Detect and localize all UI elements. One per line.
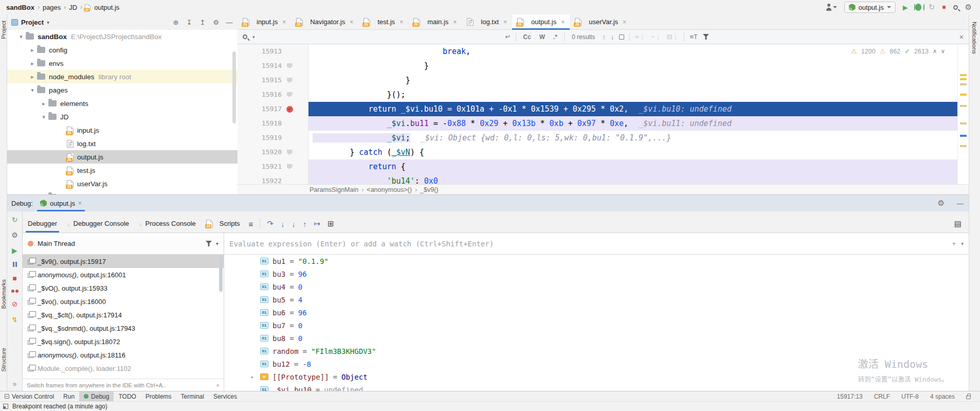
project-stripe-button[interactable]: Project — [1, 21, 7, 39]
step-out-icon[interactable]: ↑ — [299, 220, 311, 233]
editor-tab-input.js[interactable]: input.js× — [238, 14, 291, 29]
stripe-mark[interactable] — [960, 105, 967, 107]
rerun-icon[interactable]: ↻ — [929, 3, 935, 12]
add-occurrence-icon[interactable]: +⋮ — [635, 33, 646, 41]
find-input[interactable] — [260, 32, 500, 42]
toolwindow-button-services[interactable]: Services — [209, 391, 242, 402]
stop-process-icon[interactable]: ■ — [12, 274, 16, 282]
search-icon[interactable] — [243, 34, 247, 39]
view-breakpoints-icon[interactable] — [11, 290, 19, 293]
readonly-lock-icon[interactable] — [966, 396, 971, 399]
stripe-mark[interactable] — [960, 94, 967, 96]
variable-row[interactable]: 01bu6=96 — [224, 306, 969, 319]
chevron-collapsed-icon[interactable]: ▸ — [28, 60, 37, 67]
editor-tab-log.txt[interactable]: log.txt× — [462, 14, 512, 29]
evaluate-lightning-icon[interactable]: ↯ — [12, 315, 18, 324]
run-to-cursor-icon[interactable]: ↦ — [310, 219, 324, 233]
debug-settings-gear-icon[interactable]: ⚙ — [938, 199, 945, 208]
chevron-collapsed-icon[interactable]: ▸ — [39, 100, 48, 107]
filter-funnel-icon[interactable] — [206, 241, 212, 246]
editor-tab-test.js[interactable]: test.js× — [358, 14, 408, 29]
debug-tab-scripts[interactable]: Scripts — [201, 220, 245, 233]
frame-row[interactable]: _$vO(), output.js:15933 — [23, 281, 224, 295]
tree-item-sandBox[interactable]: ▾sandBoxE:\Project\JSProject\sandBox — [7, 30, 238, 43]
pause-program-icon[interactable] — [13, 262, 17, 267]
code-editor[interactable]: 15913 break,15914 }15915 }15916 }();1591… — [238, 44, 969, 184]
debug-button[interactable] — [915, 4, 921, 11]
project-view-title[interactable]: Project — [21, 19, 44, 26]
tree-item-config[interactable]: ▸config — [7, 43, 238, 57]
variable-row[interactable]: 01bu12=-8 — [224, 358, 969, 370]
chevron-collapsed-icon[interactable]: ▸ — [28, 74, 37, 80]
variable-row[interactable]: 01bu8=0 — [224, 332, 969, 345]
toolwindow-button-version-control[interactable]: Version Control — [0, 391, 59, 402]
stripe-mark[interactable] — [960, 78, 967, 80]
settings-gear-icon[interactable]: ⚙ — [965, 3, 972, 12]
chevron-down-icon[interactable]: ▾ — [216, 241, 219, 246]
code-line-15916[interactable]: 15916 }(); — [238, 87, 969, 102]
tree-item-node_modules[interactable]: ▸node_moduleslibrary root — [7, 70, 238, 83]
variable-row[interactable]: 01bu5=4 — [224, 293, 969, 306]
code-line-15918[interactable]: 15918 _$vi.bu11 = -0x88 * 0x29 + 0x13b *… — [238, 116, 969, 131]
chevron-down-icon[interactable]: ▾ — [47, 20, 49, 25]
variable-row[interactable]: 01bu3=96 — [224, 267, 969, 280]
fold-marker-icon[interactable] — [287, 92, 293, 97]
caret-position-widget[interactable]: 15917:13 — [837, 393, 863, 400]
stripe-mark[interactable] — [960, 83, 967, 85]
expand-all-icon[interactable]: ↧ — [184, 19, 194, 26]
chevron-expanded-icon[interactable]: ▾ — [16, 33, 26, 40]
select-opened-file-icon[interactable]: ⊕ — [171, 19, 181, 26]
frame-row[interactable]: Module._compile(), loader:1102 — [23, 362, 224, 375]
stop-button[interactable]: ■ — [942, 4, 946, 11]
error-stripe[interactable] — [957, 44, 969, 184]
next-problem-icon[interactable]: ∨ — [941, 48, 945, 55]
words-toggle[interactable]: W — [538, 33, 547, 41]
variable-row[interactable]: 01random="FIlm3B3KHGDV3" — [224, 345, 969, 358]
notifications-stripe-button[interactable]: Notifications — [971, 22, 977, 54]
fold-marker-icon[interactable] — [287, 164, 293, 169]
stripe-mark[interactable] — [960, 122, 967, 124]
debug-session-tab[interactable]: output.js × — [37, 195, 85, 211]
debug-tab-debugger[interactable]: Debugger — [23, 220, 62, 233]
chevron-collapsed-icon[interactable]: ▸ — [28, 47, 37, 53]
run-button[interactable]: ▶ — [903, 4, 908, 11]
user-account-button[interactable] — [826, 4, 837, 11]
breakpoint-icon[interactable]: ✓ — [286, 106, 293, 113]
stripe-mark[interactable] — [960, 145, 967, 147]
newline-icon[interactable]: ↵ — [505, 33, 511, 41]
stripe-mark[interactable] — [960, 74, 967, 76]
toolwindow-button-problems[interactable]: Problems — [141, 391, 176, 402]
mute-breakpoints-icon[interactable]: ⊘ — [12, 300, 18, 308]
fold-marker-icon[interactable] — [287, 78, 293, 83]
toolwindow-button-debug[interactable]: Debug — [79, 391, 114, 402]
code-line-15921[interactable]: 15921 return { — [238, 159, 969, 174]
frame-row[interactable]: anonymous(), output.js:16001 — [23, 268, 224, 281]
frame-row[interactable]: _$vo(), output.js:16000 — [23, 295, 224, 308]
code-line-15919[interactable]: 15919 _$vi;_$vi: Object {wd: 0,l: 0,ls: … — [238, 131, 969, 145]
hide-debug-panel-icon[interactable]: — — [957, 200, 964, 207]
code-line-15917[interactable]: 15917✓ return _$vi.bu10 = 0x101a + -0x1 … — [238, 102, 969, 116]
frame-row[interactable]: _$vq._$clt(), output.js:17914 — [23, 308, 224, 321]
editor-breadcrumb-item[interactable]: _$v9() — [420, 186, 438, 193]
evaluate-expression-input[interactable] — [229, 240, 947, 248]
tree-item-test.js[interactable]: test.js — [7, 164, 238, 177]
tree-item-input.js[interactable]: input.js — [7, 123, 238, 137]
run-configuration-select[interactable]: output.js — [844, 2, 896, 13]
resume-program-icon[interactable]: ▶ — [12, 246, 17, 255]
previous-problem-icon[interactable]: ∧ — [933, 48, 937, 55]
variable-row[interactable]: 01bu1="0.1.9" — [224, 255, 969, 267]
hide-project-panel-icon[interactable]: — — [224, 19, 234, 26]
code-line-15920[interactable]: 15920 } catch (_$vN) { — [238, 145, 969, 159]
tree-item-output.js[interactable]: output.js — [7, 150, 238, 164]
frame-row[interactable]: _$vq._$sdnmd(), output.js:17943 — [23, 321, 224, 335]
regex-toggle[interactable]: .* — [552, 33, 559, 41]
tree-item-JD[interactable]: ▾JD — [7, 110, 238, 123]
code-line-15914[interactable]: 15914 } — [238, 59, 969, 73]
editor-breadcrumb-item[interactable]: <anonymous>() — [367, 186, 412, 193]
tree-item-envs[interactable]: ▸envs — [7, 57, 238, 70]
chevron-collapsed-icon[interactable]: ▸ — [249, 374, 256, 380]
indent-widget[interactable]: 4 spaces — [930, 393, 955, 400]
tree-item-pages[interactable]: ▾pages — [7, 83, 238, 97]
variable-row[interactable]: 01bu4=0 — [224, 280, 969, 293]
structure-stripe-button[interactable]: Structure — [1, 348, 7, 372]
